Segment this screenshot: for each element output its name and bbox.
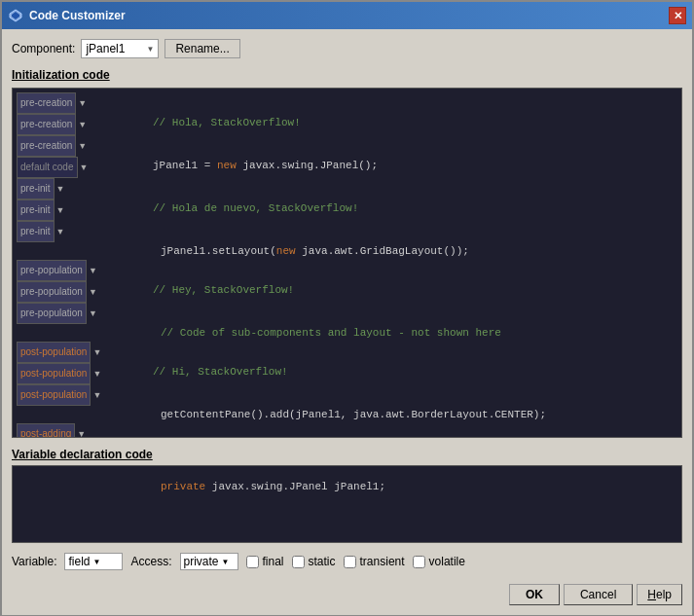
static-checkbox-group: static <box>292 555 336 568</box>
var-code-row: private javax.swing.JPanel jPanel1; <box>13 470 681 495</box>
tag-label: pre-creation <box>17 114 76 135</box>
variable-label: Variable: <box>12 555 56 568</box>
access-dropdown-arrow: ▼ <box>222 558 230 566</box>
var-section-label: Variable declaration code <box>12 448 682 461</box>
component-dropdown-arrow: ▼ <box>146 45 154 54</box>
tag-label: pre-population <box>17 281 87 303</box>
help-button[interactable]: Help <box>637 584 682 605</box>
static-label: static <box>309 555 336 568</box>
transient-checkbox[interactable] <box>344 556 356 568</box>
code-row: post-population ▼ // Hi, StackOverflow! <box>13 363 681 384</box>
access-value: private <box>184 555 219 568</box>
variable-dropdown[interactable]: field ▼ <box>64 553 123 570</box>
tag-dropdown-arrow: ▼ <box>55 223 67 240</box>
code-row: pre-creation ▼ // Hola, StackOverflow! <box>13 114 681 135</box>
code-tag[interactable]: pre-creation ▼ <box>13 92 149 114</box>
code-line: jPanel1 = new javax.swing.JPanel(); <box>149 157 681 174</box>
access-dropdown[interactable]: private ▼ <box>180 553 238 570</box>
tag-label: post-adding <box>17 423 75 438</box>
tag-label: pre-init <box>17 178 55 199</box>
code-row: post-adding ▼ <box>13 423 681 438</box>
tag-label: default code <box>17 157 78 178</box>
volatile-checkbox[interactable] <box>413 556 425 568</box>
button-row: OK Cancel Help <box>12 580 682 607</box>
code-row: pre-init ▼ // Hola de nuevo, StackOverfl… <box>13 199 681 221</box>
static-checkbox[interactable] <box>292 556 305 568</box>
code-row: post-population ▼ <box>13 384 681 406</box>
tag-dropdown-arrow: ▼ <box>87 262 99 279</box>
code-tag[interactable]: pre-creation ▼ <box>13 135 149 157</box>
tag-label: post-population <box>17 342 91 363</box>
tag-dropdown-arrow: ▼ <box>76 94 89 112</box>
app-icon <box>8 8 23 23</box>
code-tag[interactable]: post-adding ▼ <box>13 423 149 438</box>
tag-dropdown-arrow: ▼ <box>87 305 99 322</box>
tag-dropdown-arrow: ▼ <box>78 159 91 176</box>
init-code-area[interactable]: pre-creation ▼ pre-creation ▼ // Hola, S… <box>12 88 682 438</box>
code-tag[interactable]: pre-init ▼ <box>13 221 149 242</box>
code-row: pre-creation ▼ <box>13 135 681 157</box>
bottom-options-row: Variable: field ▼ Access: private ▼ fina… <box>12 549 682 574</box>
code-row: pre-population ▼ <box>13 303 681 324</box>
variable-value: field <box>68 555 90 568</box>
component-dropdown[interactable]: jPanel1 ▼ <box>81 39 159 58</box>
tag-label: pre-init <box>17 199 55 221</box>
component-label: Component: <box>12 42 75 55</box>
access-label: Access: <box>130 555 171 568</box>
tag-label: pre-creation <box>17 135 76 157</box>
code-customizer-dialog: Code Customizer ✕ Component: jPanel1 ▼ R… <box>0 0 694 616</box>
tag-label: pre-creation <box>17 92 76 114</box>
component-row: Component: jPanel1 ▼ Rename... <box>12 37 682 60</box>
code-line: // Hola, StackOverflow! <box>149 114 681 131</box>
tag-dropdown-arrow: ▼ <box>75 425 88 438</box>
variable-section: Variable declaration code private javax.… <box>12 446 682 543</box>
code-tag[interactable]: default code ▼ <box>13 157 149 178</box>
cancel-button[interactable]: Cancel <box>564 584 633 605</box>
final-checkbox[interactable] <box>246 556 259 568</box>
code-line: getContentPane().add(jPanel1, java.awt.B… <box>157 406 681 423</box>
code-line: // Code of sub-components and layout - n… <box>157 324 681 342</box>
tag-dropdown-arrow: ▼ <box>91 386 103 404</box>
tag-label: post-population <box>17 384 91 406</box>
tag-dropdown-arrow: ▼ <box>87 283 99 301</box>
volatile-checkbox-group: volatile <box>413 555 465 568</box>
code-row: pre-creation ▼ <box>13 92 681 114</box>
tag-label: pre-init <box>17 221 55 242</box>
code-tag[interactable]: pre-population ▼ <box>13 260 149 281</box>
code-line: // Hola de nuevo, StackOverflow! <box>149 199 681 217</box>
code-tag[interactable]: post-population ▼ <box>13 384 149 406</box>
component-value: jPanel1 <box>86 42 144 55</box>
transient-checkbox-group: transient <box>344 555 405 568</box>
help-underline: H <box>647 588 656 601</box>
code-row: getContentPane().add(jPanel1, java.awt.B… <box>13 406 681 423</box>
code-tag[interactable]: pre-population ▼ <box>13 303 149 324</box>
help-text: elp <box>656 588 672 601</box>
var-code-line: private javax.swing.JPanel jPanel1; <box>157 478 681 495</box>
init-section-label: Initialization code <box>12 68 682 82</box>
code-tag[interactable]: pre-population ▼ <box>13 281 149 303</box>
var-code-content: private javax.swing.JPanel jPanel1; <box>13 466 681 542</box>
tag-dropdown-arrow: ▼ <box>91 365 103 382</box>
code-tag[interactable]: pre-init ▼ <box>13 199 149 221</box>
transient-label: transient <box>360 555 405 568</box>
code-row: pre-population ▼ <box>13 260 681 281</box>
volatile-label: volatile <box>429 555 465 568</box>
code-tag[interactable]: pre-init ▼ <box>13 178 149 199</box>
code-tag[interactable]: pre-creation ▼ <box>13 114 149 135</box>
code-row: jPanel1.setLayout(new java.awt.GridBagLa… <box>13 242 681 260</box>
ok-button[interactable]: OK <box>509 584 560 605</box>
code-row: pre-init ▼ <box>13 221 681 242</box>
code-line: // Hey, StackOverflow! <box>149 281 681 299</box>
var-code-area[interactable]: private javax.swing.JPanel jPanel1; <box>12 465 682 543</box>
dialog-body: Component: jPanel1 ▼ Rename... Initializ… <box>2 29 692 615</box>
init-code-content: pre-creation ▼ pre-creation ▼ // Hola, S… <box>13 89 681 438</box>
tag-dropdown-arrow: ▼ <box>76 137 89 155</box>
code-row: default code ▼ jPanel1 = new javax.swing… <box>13 157 681 178</box>
tag-dropdown-arrow: ▼ <box>55 201 67 219</box>
tag-label: post-population <box>17 363 91 384</box>
dialog-title: Code Customizer <box>29 9 126 22</box>
code-tag[interactable]: post-population ▼ <box>13 342 149 363</box>
rename-button[interactable]: Rename... <box>164 39 239 58</box>
close-button[interactable]: ✕ <box>669 7 686 24</box>
code-tag[interactable]: post-population ▼ <box>13 363 149 384</box>
